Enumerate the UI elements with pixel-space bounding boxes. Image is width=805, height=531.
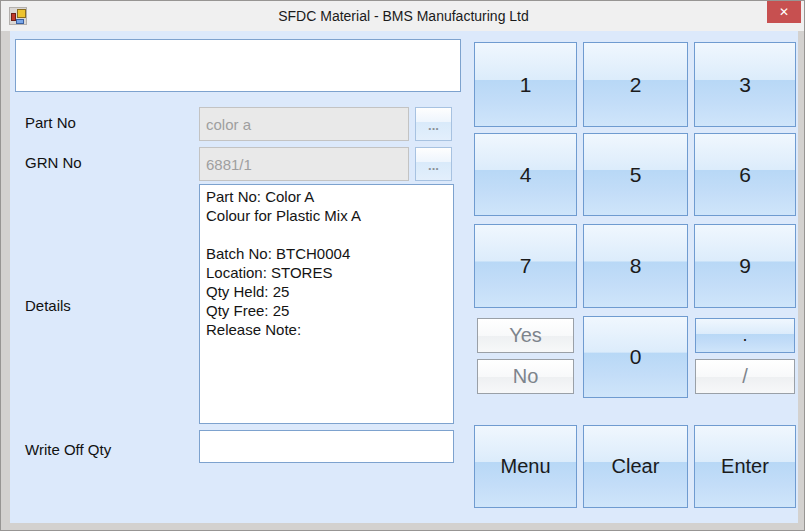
details-line — [206, 225, 447, 244]
details-label: Details — [25, 297, 71, 314]
details-line: Qty Held: 25 — [206, 282, 447, 301]
slash-button-label: / — [742, 365, 748, 388]
menu-button[interactable]: Menu — [474, 425, 577, 508]
app-window-icon[interactable] — [9, 7, 27, 25]
clear-button-label: Clear — [612, 455, 660, 478]
keypad-button-label: 2 — [630, 73, 642, 97]
details-line: Part No: Color A — [206, 187, 447, 206]
close-icon: ✕ — [779, 5, 789, 19]
scan-input[interactable] — [15, 39, 461, 92]
keypad-button-9[interactable]: 9 — [694, 224, 796, 308]
keypad-button-label: 3 — [739, 73, 751, 97]
keypad-button-label: 4 — [520, 163, 532, 187]
keypad-button-2[interactable]: 2 — [583, 42, 688, 127]
keypad-button-0[interactable]: 0 — [583, 316, 688, 398]
yes-button[interactable]: Yes — [477, 318, 574, 353]
details-line: Batch No: BTCH0004 — [206, 244, 447, 263]
keypad-button-label: 6 — [739, 163, 751, 187]
write-off-qty-label: Write Off Qty — [25, 441, 111, 458]
keypad-button-label: 0 — [630, 345, 642, 369]
part-no-browse-button[interactable]: ... — [415, 107, 452, 141]
enter-button-label: Enter — [721, 455, 769, 478]
no-button[interactable]: No — [477, 359, 574, 394]
keypad-button-label: 9 — [739, 254, 751, 278]
decimal-point-button[interactable]: . — [695, 318, 795, 353]
window-title: SFDC Material - BMS Manufacturing Ltd — [1, 1, 805, 31]
keypad-button-5[interactable]: 5 — [583, 133, 688, 216]
titlebar: SFDC Material - BMS Manufacturing Ltd ✕ — [1, 1, 805, 31]
keypad-button-6[interactable]: 6 — [694, 133, 796, 216]
details-line: Colour for Plastic Mix A — [206, 206, 447, 225]
details-line: Release Note: — [206, 320, 447, 339]
keypad-button-label: 1 — [520, 73, 532, 97]
keypad-button-8[interactable]: 8 — [583, 224, 688, 308]
close-button[interactable]: ✕ — [767, 1, 801, 23]
slash-button[interactable]: / — [695, 359, 795, 394]
keypad-button-1[interactable]: 1 — [474, 42, 577, 127]
decimal-point-label: . — [742, 325, 747, 346]
menu-button-label: Menu — [500, 455, 550, 478]
ellipsis-icon: ... — [428, 118, 439, 133]
details-textbox: Part No: Color A Colour for Plastic Mix … — [199, 184, 454, 424]
yes-button-label: Yes — [509, 324, 542, 347]
part-no-field — [199, 107, 409, 141]
write-off-qty-input[interactable] — [199, 430, 454, 463]
app-icon-blue-square — [16, 19, 24, 24]
details-line: Location: STORES — [206, 263, 447, 282]
details-line: Qty Free: 25 — [206, 301, 447, 320]
keypad-button-4[interactable]: 4 — [474, 133, 577, 216]
grn-no-field — [199, 147, 409, 181]
clear-button[interactable]: Clear — [583, 425, 688, 508]
enter-button[interactable]: Enter — [694, 425, 796, 508]
part-no-label: Part No — [25, 114, 76, 131]
keypad-button-7[interactable]: 7 — [474, 224, 577, 308]
app-window: SFDC Material - BMS Manufacturing Ltd ✕ … — [0, 0, 805, 531]
keypad-button-3[interactable]: 3 — [694, 42, 796, 127]
grn-no-label: GRN No — [25, 154, 82, 171]
keypad-button-label: 5 — [630, 163, 642, 187]
app-icon-gold-square — [17, 9, 26, 18]
keypad-button-label: 8 — [630, 254, 642, 278]
no-button-label: No — [513, 365, 539, 388]
grn-no-browse-button[interactable]: ... — [415, 147, 452, 181]
keypad-button-label: 7 — [520, 254, 532, 278]
ellipsis-icon: ... — [428, 158, 439, 173]
